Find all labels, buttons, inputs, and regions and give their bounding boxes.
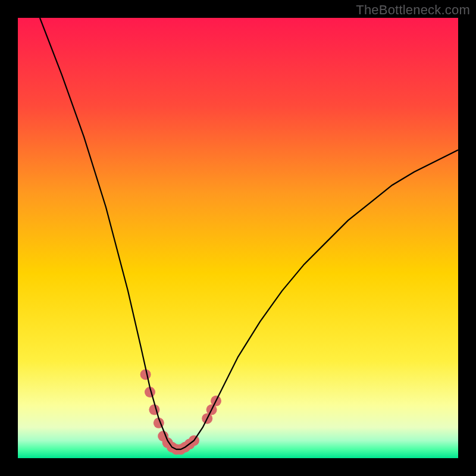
gradient-background xyxy=(18,18,458,458)
highlight-marker xyxy=(149,405,159,415)
watermark-text: TheBottleneck.com xyxy=(356,2,470,18)
chart-frame: TheBottleneck.com xyxy=(0,0,476,476)
plot-area xyxy=(18,18,458,458)
chart-svg xyxy=(18,18,458,458)
